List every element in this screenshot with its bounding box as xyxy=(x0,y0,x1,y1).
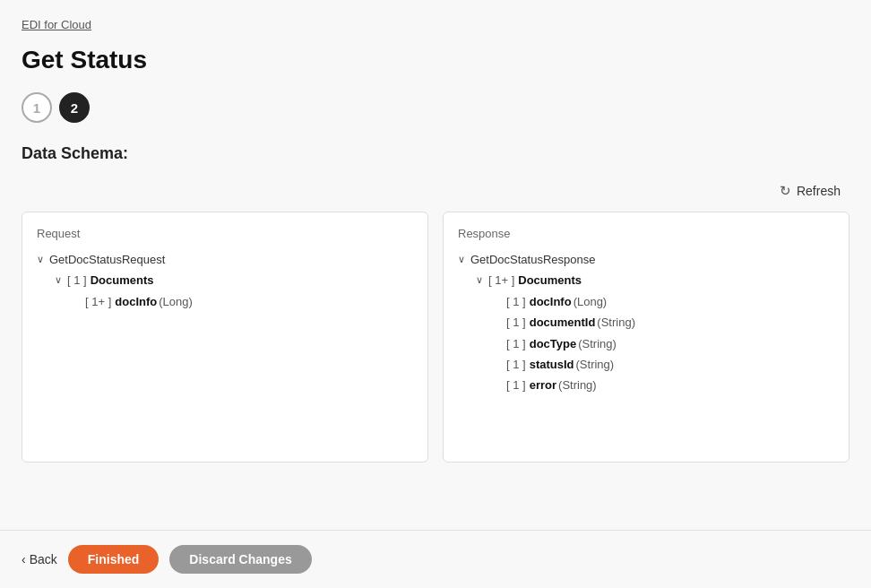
field-type: (Long) xyxy=(573,291,608,312)
field-name: error xyxy=(530,375,556,395)
response-label: Response xyxy=(458,227,834,240)
page-title: Get Status xyxy=(22,46,849,74)
field-multiplicity: [ 1 ] xyxy=(506,291,526,312)
step-1[interactable]: 1 xyxy=(22,92,52,123)
chevron-icon: ∨ xyxy=(458,251,470,269)
field-type: (Long) xyxy=(159,291,193,312)
field-type: (String) xyxy=(576,354,615,375)
spacer xyxy=(494,334,506,352)
field-multiplicity: [ 1 ] xyxy=(506,312,526,333)
field-multiplicity: [ 1 ] xyxy=(506,333,526,354)
breadcrumb[interactable]: EDI for Cloud xyxy=(22,18,849,31)
field-name: docInfo xyxy=(115,291,157,312)
step-1-label: 1 xyxy=(33,100,40,116)
response-panel: Response ∨ GetDocStatusResponse ∨ [ 1+ ]… xyxy=(443,212,849,463)
back-label: Back xyxy=(30,552,57,566)
refresh-label: Refresh xyxy=(797,184,841,198)
steps-row: 1 2 xyxy=(22,92,849,123)
discard-button[interactable]: Discard Changes xyxy=(169,545,311,574)
step-2[interactable]: 2 xyxy=(59,92,90,123)
field-multiplicity: [ 1 ] xyxy=(506,375,526,395)
spacer xyxy=(73,293,85,311)
tree-row: ∨ GetDocStatusRequest xyxy=(37,249,413,270)
tree-row: [ 1 ] docType (String) xyxy=(494,333,834,354)
request-label: Request xyxy=(37,227,413,240)
field-multiplicity: [ 1 ] xyxy=(67,270,87,290)
chevron-icon: ∨ xyxy=(476,272,488,290)
spacer xyxy=(494,293,506,311)
schema-heading: Data Schema: xyxy=(22,144,849,163)
tree-row: [ 1 ] statusId (String) xyxy=(494,354,834,375)
field-name: Documents xyxy=(518,270,582,290)
field-name: docType xyxy=(530,333,577,354)
schema-panels: Request ∨ GetDocStatusRequest ∨ [ 1 ] Do… xyxy=(22,212,849,463)
spacer xyxy=(494,314,506,332)
field-type: (String) xyxy=(558,375,597,395)
field-name: documentId xyxy=(530,312,596,333)
chevron-icon: ∨ xyxy=(37,251,49,269)
response-root-name: GetDocStatusResponse xyxy=(470,249,595,270)
back-button[interactable]: ‹ Back xyxy=(22,552,57,566)
tree-row: ∨ [ 1 ] Documents xyxy=(55,270,413,290)
spacer xyxy=(494,356,506,374)
field-multiplicity: [ 1+ ] xyxy=(488,270,514,290)
field-name: docInfo xyxy=(530,291,572,312)
field-multiplicity: [ 1 ] xyxy=(506,354,526,375)
response-tree: ∨ GetDocStatusResponse ∨ [ 1+ ] Document… xyxy=(458,249,834,396)
request-root-name: GetDocStatusRequest xyxy=(49,249,165,270)
finished-button[interactable]: Finished xyxy=(68,545,160,574)
tree-row: [ 1 ] docInfo (Long) xyxy=(494,291,834,312)
tree-row: [ 1+ ] docInfo (Long) xyxy=(73,291,413,312)
page-container: EDI for Cloud Get Status 1 2 Data Schema… xyxy=(0,0,871,588)
refresh-icon: ↻ xyxy=(780,183,791,199)
field-name: Documents xyxy=(91,270,154,290)
field-name: statusId xyxy=(530,354,574,375)
tree-row: [ 1 ] documentId (String) xyxy=(494,312,834,333)
request-tree: ∨ GetDocStatusRequest ∨ [ 1 ] Documents … xyxy=(37,249,413,312)
chevron-icon: ∨ xyxy=(55,272,67,290)
refresh-button[interactable]: ↻ Refresh xyxy=(771,177,849,204)
tree-row: ∨ [ 1+ ] Documents xyxy=(476,270,834,290)
request-panel: Request ∨ GetDocStatusRequest ∨ [ 1 ] Do… xyxy=(22,212,428,463)
spacer xyxy=(494,376,506,394)
tree-row: [ 1 ] error (String) xyxy=(494,375,834,395)
refresh-row: ↻ Refresh xyxy=(22,177,849,204)
footer: ‹ Back Finished Discard Changes xyxy=(0,530,871,588)
back-arrow: ‹ xyxy=(22,552,26,566)
field-multiplicity: [ 1+ ] xyxy=(85,291,111,312)
tree-row: ∨ GetDocStatusResponse xyxy=(458,249,834,270)
field-type: (String) xyxy=(597,312,635,333)
step-2-label: 2 xyxy=(71,100,78,116)
field-type: (String) xyxy=(578,333,617,354)
